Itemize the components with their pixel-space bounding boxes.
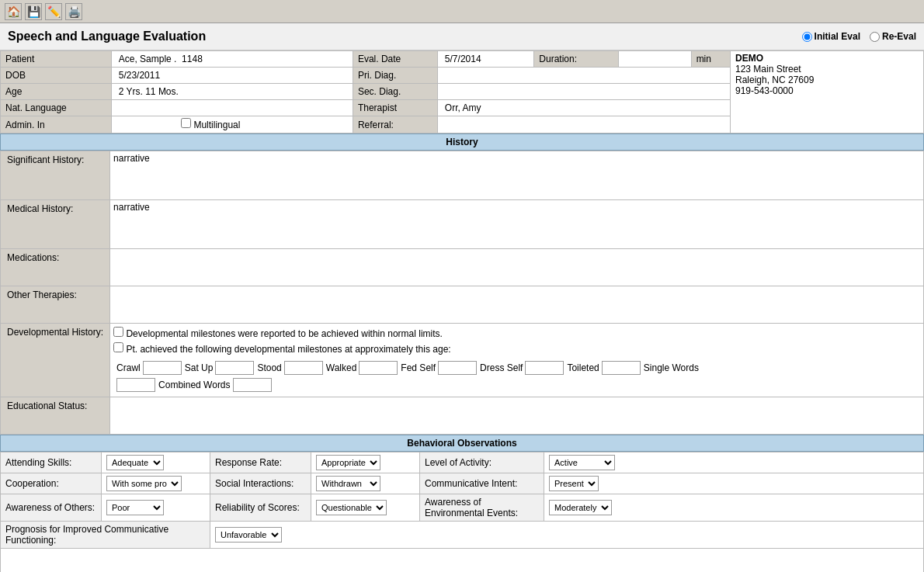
- response-rate-label: Response Rate:: [210, 452, 311, 473]
- patient-input[interactable]: [116, 53, 348, 65]
- attending-skills-cell: Adequate Poor Good: [102, 452, 210, 473]
- behavioral-notes-textarea[interactable]: [5, 551, 919, 572]
- significant-history-row: Significant History: narrative: [1, 151, 924, 200]
- stood-input[interactable]: [284, 361, 323, 375]
- save-button[interactable]: 🏠: [5, 3, 22, 20]
- therapist-label: Therapist: [353, 100, 437, 116]
- admin-in-input[interactable]: [116, 119, 179, 131]
- fed-self-input[interactable]: [438, 361, 477, 375]
- prognosis-cell: Unfavorable Favorable Good: [210, 522, 924, 549]
- medical-history-textarea[interactable]: narrative: [113, 202, 920, 244]
- eval-date-input[interactable]: [443, 53, 529, 65]
- dev-checkbox1[interactable]: [113, 327, 123, 337]
- re-eval-option[interactable]: Re-Eval: [870, 31, 916, 42]
- multilingual-label: Multilingual: [193, 120, 240, 130]
- fed-self-item: Fed Self: [401, 361, 477, 375]
- referral-value-cell: [437, 116, 730, 133]
- educational-status-label: Educational Status:: [1, 397, 110, 435]
- edit-button[interactable]: ✏️: [45, 3, 62, 20]
- print-button[interactable]: 🖨️: [65, 3, 82, 20]
- referral-label: Referral:: [353, 116, 437, 133]
- other-therapies-value-cell: [110, 286, 924, 324]
- response-rate-select[interactable]: Appropriate Slow Fast: [316, 455, 380, 470]
- re-eval-radio[interactable]: [870, 32, 880, 42]
- educational-status-textarea[interactable]: [113, 399, 920, 430]
- medications-row: Medications:: [1, 249, 924, 286]
- awareness-others-cell: Poor Good Adequate: [102, 494, 210, 522]
- dev-checkbox1-row: Developmental milestones were reported t…: [113, 327, 920, 339]
- eval-date-label: Eval. Date: [353, 51, 437, 68]
- crawl-item: Crawl: [116, 361, 182, 375]
- duration-label: Duration:: [534, 51, 619, 68]
- demo-city-state: Raleigh, NC 27609: [735, 75, 919, 85]
- dev-milestones-row2: Combined Words: [113, 376, 920, 393]
- social-interactions-select[interactable]: Withdrawn Interactive Appropriate: [316, 476, 380, 491]
- attending-skills-select[interactable]: Adequate Poor Good: [106, 455, 164, 470]
- disk-button[interactable]: 💾: [25, 3, 42, 20]
- communicative-intent-cell: Present Absent: [544, 473, 924, 494]
- multilingual-checkbox[interactable]: [181, 118, 191, 128]
- demo-cell: DEMO 123 Main Street Raleigh, NC 27609 9…: [730, 51, 923, 133]
- single-words-item: Single Words: [644, 362, 699, 373]
- communicative-intent-label: Communicative Intent:: [420, 473, 544, 494]
- patient-label: Patient: [1, 51, 112, 68]
- patient-row: Patient Eval. Date Duration: min DEMO 12…: [1, 51, 924, 68]
- level-activity-select[interactable]: Active Sedentary Hyperactive: [549, 455, 615, 470]
- crawl-label: Crawl: [116, 362, 141, 373]
- nat-language-input[interactable]: [116, 102, 210, 114]
- therapist-input[interactable]: [443, 102, 725, 114]
- dev-milestones-row1: Crawl Sat Up Stood Walked: [113, 359, 920, 376]
- single-words-label: Single Words: [644, 362, 699, 373]
- nat-language-value-cell: [111, 100, 353, 116]
- sat-up-input[interactable]: [215, 361, 254, 375]
- dress-self-input[interactable]: [525, 361, 564, 375]
- other-therapies-textarea[interactable]: [113, 288, 920, 319]
- referral-input[interactable]: [443, 119, 725, 131]
- cooperation-label: Cooperation:: [1, 473, 102, 494]
- admin-in-label: Admin. In: [1, 116, 112, 133]
- medications-textarea[interactable]: [113, 251, 920, 282]
- level-activity-cell: Active Sedentary Hyperactive: [544, 452, 924, 473]
- eval-type-group: Initial Eval Re-Eval: [802, 31, 916, 42]
- toileted-label: Toileted: [567, 362, 599, 373]
- developmental-history-row: Developmental History: Developmental mil…: [1, 324, 924, 397]
- walked-item: Walked: [326, 361, 398, 375]
- pri-diag-value-cell: [437, 68, 730, 84]
- initial-eval-option[interactable]: Initial Eval: [802, 31, 860, 42]
- age-input[interactable]: [116, 85, 348, 98]
- history-section-header: History: [0, 133, 924, 151]
- dev-checkbox2-label: Pt. achieved the following developmental…: [126, 344, 450, 355]
- toileted-input[interactable]: [602, 361, 641, 375]
- eval-date-value-cell: [437, 51, 533, 68]
- pri-diag-input[interactable]: [443, 69, 725, 81]
- awareness-others-select[interactable]: Poor Good Adequate: [106, 500, 164, 515]
- medical-history-label: Medical History:: [1, 200, 110, 249]
- dob-input[interactable]: [116, 69, 348, 81]
- cooperation-select[interactable]: With some pro Good Poor: [106, 476, 182, 491]
- reliability-cell: Questionable Reliable Poor: [311, 494, 420, 522]
- medical-history-row: Medical History: narrative: [1, 200, 924, 249]
- prognosis-select[interactable]: Unfavorable Favorable Good: [215, 527, 282, 543]
- educational-status-row: Educational Status:: [1, 397, 924, 435]
- initial-eval-radio[interactable]: [802, 32, 812, 42]
- dob-label: DOB: [1, 68, 112, 84]
- patient-value-cell: [111, 51, 353, 68]
- single-words-input[interactable]: [116, 378, 155, 392]
- reliability-select[interactable]: Questionable Reliable Poor: [316, 500, 387, 515]
- communicative-intent-select[interactable]: Present Absent: [549, 476, 599, 491]
- form-title: Speech and Language Evaluation: [8, 29, 206, 43]
- pri-diag-label: Pri. Diag.: [353, 68, 437, 84]
- behavioral-section-header: Behavioral Observations: [0, 435, 924, 452]
- crawl-input[interactable]: [143, 361, 182, 375]
- behavioral-row4: Prognosis for Improved Communicative Fun…: [1, 522, 924, 549]
- duration-input[interactable]: [624, 53, 655, 65]
- dev-checkbox2[interactable]: [113, 342, 123, 352]
- awareness-environmental-select[interactable]: Moderately Highly Low: [549, 500, 612, 515]
- behavioral-notes-cell: [1, 549, 924, 573]
- sec-diag-input[interactable]: [443, 85, 725, 98]
- demo-address: 123 Main Street: [735, 64, 919, 75]
- walked-input[interactable]: [359, 361, 398, 375]
- combined-words-input[interactable]: [233, 378, 272, 392]
- significant-history-textarea[interactable]: narrative: [113, 153, 920, 196]
- nat-language-label: Nat. Language: [1, 100, 112, 116]
